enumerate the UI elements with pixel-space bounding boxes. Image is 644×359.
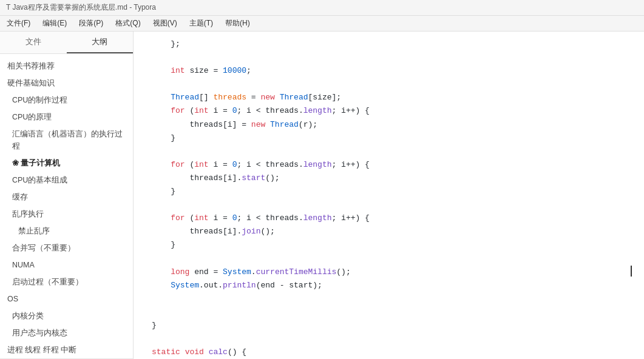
outline-item-process[interactable]: 进程 线程 纤程 中断 (0, 341, 133, 358)
code-line-12: } (152, 185, 632, 198)
outline-item-books[interactable]: 相关书荐推荐 (0, 58, 133, 75)
code-line-1: }; (152, 38, 632, 51)
outline-item-boot[interactable]: 启动过程（不重要） (0, 273, 133, 290)
code-line-16: } (152, 238, 632, 252)
code-line-21 (152, 306, 632, 319)
outline-item-user-kernel[interactable]: 用户态与内核态 (0, 324, 133, 341)
code-line-4 (152, 78, 632, 91)
menu-paragraph[interactable]: 段落(P) (77, 18, 105, 29)
outline-item-cpu-comp[interactable]: CPU的基本组成 (0, 172, 133, 189)
code-line-9 (152, 145, 632, 158)
outline-item-kernel-type[interactable]: 内核分类 (0, 307, 133, 324)
menu-help[interactable]: 帮助(H) (223, 18, 252, 29)
outline-item-quantum[interactable]: ❀ 量子计算机 (0, 155, 133, 172)
sidebar: 文件 大纲 相关书荐推荐 硬件基础知识 CPU的制作过程 CPU的原理 汇编语言… (0, 32, 134, 359)
code-line-11: threads[i].start(); (152, 172, 632, 185)
code-line-13 (152, 198, 632, 212)
code-line-19: System.out.println(end - start); (152, 279, 632, 292)
outline-item-numa[interactable]: NUMA (0, 257, 133, 273)
menu-bar: 文件(F) 编辑(E) 段落(P) 格式(Q) 视图(V) 主题(T) 帮助(H… (0, 16, 644, 32)
code-line-2 (152, 51, 632, 64)
code-line-14: for (int i = 0; i < threads.length; i++)… (152, 212, 632, 225)
outline-item-os[interactable]: OS (0, 290, 133, 307)
outline-item-asm[interactable]: 汇编语言（机器语言）的执行过程 (0, 126, 133, 155)
code-line-5: Thread[] threads = new Thread[size]; (152, 91, 632, 104)
main-layout: 文件 大纲 相关书荐推荐 硬件基础知识 CPU的制作过程 CPU的原理 汇编语言… (0, 32, 644, 359)
menu-theme[interactable]: 主题(T) (188, 18, 215, 29)
sidebar-content: 相关书荐推荐 硬件基础知识 CPU的制作过程 CPU的原理 汇编语言（机器语言）… (0, 54, 133, 359)
code-line-22: } (152, 319, 632, 332)
code-line-23 (152, 332, 632, 346)
code-line-24: static void calc() { (152, 346, 632, 359)
tab-file[interactable]: 文件 (0, 32, 67, 53)
code-line-18: long end = System.currentTimeMillis(); (152, 266, 632, 279)
title-text: T Java程序及需要掌握的系统底层.md - Typora (6, 2, 156, 13)
outline-item-no-ooo[interactable]: 禁止乱序 (0, 223, 133, 240)
title-bar: T Java程序及需要掌握的系统底层.md - Typora (0, 0, 644, 16)
menu-edit[interactable]: 编辑(E) (41, 18, 69, 29)
outline-item-cpu-principle[interactable]: CPU的原理 (0, 109, 133, 126)
code-line-8: } (152, 132, 632, 145)
menu-view[interactable]: 视图(V) (151, 18, 179, 29)
code-line-6: for (int i = 0; i < threads.length; i++)… (152, 104, 632, 118)
menu-format[interactable]: 格式(Q) (114, 18, 142, 29)
outline-item-ooo[interactable]: 乱序执行 (0, 206, 133, 223)
menu-file[interactable]: 文件(F) (5, 18, 32, 29)
outline-item-hardware[interactable]: 硬件基础知识 (0, 75, 133, 92)
code-line-15: threads[i].join(); (152, 225, 632, 238)
outline-item-cache[interactable]: 缓存 (0, 189, 133, 206)
code-area[interactable]: }; int size = 10000; Thread[] threads = … (134, 32, 644, 359)
code-line-10: for (int i = 0; i < threads.length; i++)… (152, 158, 632, 172)
code-line-20 (152, 292, 632, 306)
code-line-3: int size = 10000; (152, 64, 632, 78)
tab-outline[interactable]: 大纲 (67, 32, 134, 53)
code-line-17 (152, 252, 632, 266)
sidebar-tabs: 文件 大纲 (0, 32, 133, 54)
code-line-7: threads[i] = new Thread(r); (152, 118, 632, 132)
outline-item-merge[interactable]: 合并写（不重要） (0, 240, 133, 257)
outline-item-cpu-make[interactable]: CPU的制作过程 (0, 92, 133, 109)
